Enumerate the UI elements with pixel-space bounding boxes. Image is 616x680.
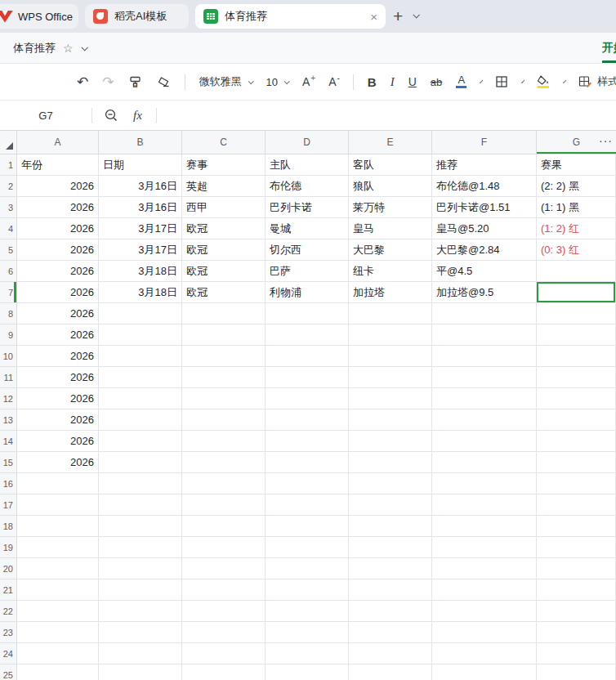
new-tab-button[interactable]: + [393,7,403,26]
cell-E22[interactable] [349,601,432,622]
cell-B18[interactable] [99,516,182,537]
row-header-5[interactable]: 5 [0,239,17,261]
row-header-8[interactable]: 8 [0,303,17,324]
cell-D1[interactable]: 主队 [266,154,349,176]
borders-button[interactable] [495,75,508,88]
new-tab-chevron-down-icon[interactable] [413,11,419,18]
cell-B8[interactable] [99,303,182,324]
fill-color-button[interactable] [537,75,550,88]
cell-E1[interactable]: 客队 [349,154,432,176]
underline-button[interactable]: U [408,75,417,88]
select-all-button[interactable] [0,131,17,154]
cell-G19[interactable] [537,537,616,558]
cell-G8[interactable] [537,303,616,324]
cell-A24[interactable] [17,643,99,664]
cell-A9[interactable]: 2026 [17,324,99,346]
cell-B12[interactable] [99,388,182,409]
row-header-23[interactable]: 23 [0,622,17,643]
cell-A14[interactable]: 2026 [17,431,99,452]
decrease-font-size-button[interactable]: A- [328,75,339,88]
cell-F24[interactable] [432,643,537,664]
cell-D3[interactable]: 巴列卡诺 [266,197,349,218]
cell-E15[interactable] [349,452,432,473]
name-box[interactable]: G7 [0,110,92,122]
cell-A16[interactable] [17,473,99,494]
row-header-10[interactable]: 10 [0,346,17,367]
cell-F4[interactable]: 皇马@5.20 [432,218,537,239]
cell-G21[interactable] [537,579,616,601]
cell-E18[interactable] [349,516,432,537]
row-header-6[interactable]: 6 [0,261,17,282]
cell-B10[interactable] [99,346,182,367]
cell-D17[interactable] [266,494,349,516]
cell-E16[interactable] [349,473,432,494]
cell-F1[interactable]: 推荐 [432,154,537,176]
cell-D2[interactable]: 布伦德 [266,176,349,197]
cell-F22[interactable] [432,601,537,622]
cell-E20[interactable] [349,558,432,579]
cell-F9[interactable] [432,324,537,346]
cell-D16[interactable] [266,473,349,494]
cell-B24[interactable] [99,643,182,664]
cell-F13[interactable] [432,409,537,431]
cell-E10[interactable] [349,346,432,367]
font-size-select[interactable]: 10 [266,76,288,88]
cell-B14[interactable] [99,431,182,452]
row-header-16[interactable]: 16 [0,473,17,494]
row-header-14[interactable]: 14 [0,431,17,452]
row-header-7[interactable]: 7 [0,282,17,303]
row-header-18[interactable]: 18 [0,516,17,537]
cell-E24[interactable] [349,643,432,664]
cell-A21[interactable] [17,579,99,601]
redo-button[interactable]: ↷ [102,74,114,91]
cell-A23[interactable] [17,622,99,643]
cell-G25[interactable] [537,664,616,680]
cell-E13[interactable] [349,409,432,431]
cell-G10[interactable] [537,346,616,367]
cell-B22[interactable] [99,601,182,622]
row-header-17[interactable]: 17 [0,494,17,516]
tab-sports-sheet[interactable]: 体育推荐 × [195,4,386,29]
cell-B3[interactable]: 3月16日 [99,197,182,218]
cell-F25[interactable] [432,664,537,680]
cell-C9[interactable] [182,324,266,346]
formula-input[interactable] [157,101,616,130]
cell-E2[interactable]: 狼队 [349,176,432,197]
cell-E4[interactable]: 皇马 [349,218,432,239]
cell-G9[interactable] [537,324,616,346]
column-header-D[interactable]: D [266,131,349,154]
close-tab-icon[interactable]: × [370,10,377,24]
cell-F17[interactable] [432,494,537,516]
cell-D13[interactable] [266,409,349,431]
cell-E9[interactable] [349,324,432,346]
cell-F11[interactable] [432,367,537,388]
row-header-9[interactable]: 9 [0,324,17,346]
cell-D14[interactable] [266,431,349,452]
cell-F16[interactable] [432,473,537,494]
cell-A20[interactable] [17,558,99,579]
cell-A7[interactable]: 2026 [17,282,99,303]
cell-A2[interactable]: 2026 [17,176,99,197]
row-header-13[interactable]: 13 [0,409,17,431]
font-color-chevron-icon[interactable] [480,79,483,83]
cell-E8[interactable] [349,303,432,324]
cell-G22[interactable] [537,601,616,622]
cell-A3[interactable]: 2026 [17,197,99,218]
row-header-12[interactable]: 12 [0,388,17,409]
cell-E21[interactable] [349,579,432,601]
cell-A12[interactable]: 2026 [17,388,99,409]
cell-E23[interactable] [349,622,432,643]
cell-A25[interactable] [17,664,99,680]
cell-F19[interactable] [432,537,537,558]
zoom-out-button[interactable] [104,108,119,123]
cell-A22[interactable] [17,601,99,622]
cell-G15[interactable] [537,452,616,473]
cell-C2[interactable]: 英超 [182,176,266,197]
cell-F20[interactable] [432,558,537,579]
cell-A17[interactable] [17,494,99,516]
cell-F18[interactable] [432,516,537,537]
font-color-button[interactable]: A [456,75,466,88]
cell-B5[interactable]: 3月17日 [99,239,182,261]
cell-F2[interactable]: 布伦德@1.48 [432,176,537,197]
cell-C24[interactable] [182,643,266,664]
